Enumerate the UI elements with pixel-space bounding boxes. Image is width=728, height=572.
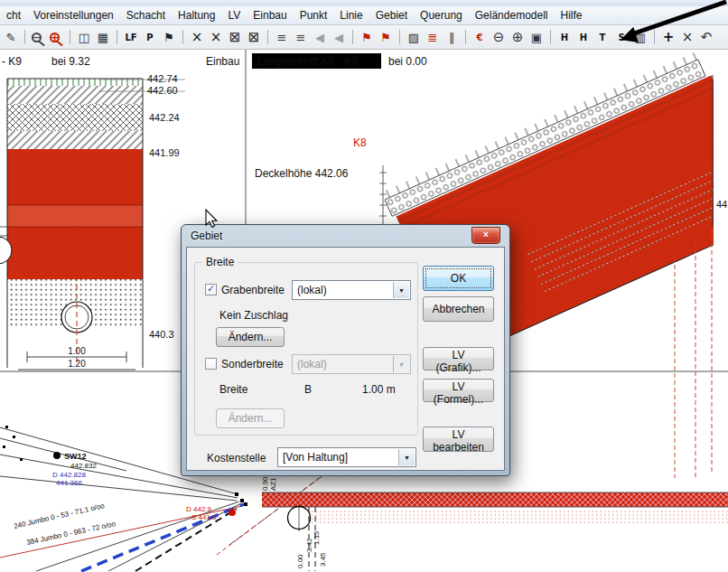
grabenbreite-label: Grabenbreite	[221, 284, 285, 296]
vertical-dim-label: 3.45	[319, 552, 327, 567]
menu-haltung[interactable]: Haltung	[172, 7, 221, 23]
grabenbreite-select[interactable]: (lokal) ▼	[292, 280, 411, 300]
pipe-end-icon[interactable]: ⊖	[490, 28, 508, 46]
dimension-label: 1.00	[68, 346, 86, 356]
kostenstelle-label: Kostenstelle	[207, 452, 266, 464]
deckel-elevation-red: D 442.9	[186, 505, 212, 513]
audio-icon[interactable]: ◀	[311, 28, 329, 46]
zoom-in-icon[interactable]: +	[50, 33, 60, 42]
dialog-title: Gebiet	[191, 230, 222, 242]
abbrechen-button[interactable]: Abbrechen	[423, 296, 494, 322]
dimension-label: 1.20	[68, 359, 86, 369]
separator	[117, 30, 117, 44]
section-box-alt-icon[interactable]: ⊠	[245, 28, 263, 46]
breite-label: Breite	[219, 383, 247, 396]
node-k8-label: K8	[353, 136, 367, 149]
sw12-label: SW12	[64, 452, 87, 461]
zoom-out-icon[interactable]: −	[32, 33, 42, 42]
toolbar: ✎−+◫▦LFP⚑××⊠⊠≡≡◀◀⚑⚑▨≣∥€⊖⊕▣HHTS▥+×↶	[0, 25, 728, 50]
close-button[interactable]: ×	[471, 227, 500, 244]
list-left-icon[interactable]: ≡	[273, 28, 291, 46]
red-point	[229, 509, 236, 516]
sonderbreite-checkbox[interactable]	[205, 358, 217, 370]
menu-lv[interactable]: LV	[221, 7, 247, 23]
groupbox-label: Breite	[202, 256, 238, 268]
node-cross-alt-icon[interactable]: ×	[207, 28, 225, 46]
section-box-icon[interactable]: ⊠	[226, 28, 244, 46]
einbau-label: Einbau	[206, 55, 239, 68]
window-titlebar-edge	[0, 0, 728, 6]
menu-gebiet[interactable]: Gebiet	[369, 7, 414, 23]
undo-icon[interactable]: ↶	[697, 28, 715, 46]
lf-icon[interactable]: LF	[122, 28, 140, 46]
separator	[24, 30, 25, 44]
audio-alt-icon[interactable]: ◀	[330, 28, 348, 46]
move-icon[interactable]: +	[659, 28, 677, 46]
deckelhoehe-label: Deckelhöhe 442.06	[255, 167, 349, 180]
red-flag-icon[interactable]: ⚑	[358, 28, 376, 46]
menu-querung[interactable]: Querung	[414, 7, 469, 23]
menu-voreinstellungen[interactable]: Voreinstellungen	[27, 7, 120, 23]
flag-icon[interactable]: ⚑	[160, 28, 178, 46]
deckel-elevation-blue: D 442.828	[52, 471, 86, 479]
kostenstelle-select-value: [Von Haltung]	[283, 451, 348, 464]
grabenbreite-checkbox[interactable]: ✓	[205, 284, 217, 295]
table-icon[interactable]: ▦	[94, 28, 112, 46]
separator	[182, 30, 183, 44]
point-label-icon[interactable]: P	[141, 28, 159, 46]
profile-s-icon[interactable]: S	[612, 28, 630, 46]
menu-schacht[interactable]: Schacht	[120, 7, 172, 23]
sw12-elevation: 442.832	[70, 462, 97, 470]
chevron-down-icon[interactable]: ▼	[393, 282, 409, 298]
vertical-dim-label: 0.00	[296, 554, 304, 568]
ok-button[interactable]: OK	[423, 266, 494, 291]
sheet-edit-icon[interactable]: ✎	[2, 28, 20, 46]
profile-t-icon[interactable]: T	[593, 28, 611, 46]
menu-einbau[interactable]: Einbau	[247, 7, 293, 23]
elevation-label: 442.74	[147, 73, 178, 84]
elevation-label: 441.99	[149, 147, 180, 158]
pipe-open-icon[interactable]: ⊕	[509, 28, 527, 46]
grabenbreite-select-value: (lokal)	[297, 284, 327, 296]
menu-linie[interactable]: Linie	[333, 7, 369, 23]
sw12-point	[53, 452, 61, 459]
aendern-button[interactable]: Ändern...	[216, 327, 285, 347]
menu-gelaendemodell[interactable]: Geländemodell	[469, 7, 555, 23]
menu-punkt[interactable]: Punkt	[294, 7, 334, 23]
lv-list-icon[interactable]: ≣	[424, 28, 442, 46]
list-right-icon[interactable]: ≡	[292, 28, 310, 46]
profile-h2-icon[interactable]: H	[574, 28, 593, 46]
dialog-body: Breite ✓ Grabenbreite (lokal) ▼ Kein Zus…	[186, 247, 505, 471]
right-elevation-label: 44	[716, 199, 727, 210]
node-cross-icon[interactable]: ×	[188, 28, 206, 46]
vertical-dim-label: 0.90	[261, 476, 269, 491]
ruler-icon[interactable]: ∥	[443, 28, 461, 46]
separator	[352, 30, 353, 44]
lv-formel-button[interactable]: LV (Formel)...	[423, 379, 494, 402]
chevron-down-icon: ▼	[393, 356, 409, 372]
separator	[399, 30, 400, 44]
gebiet-breite-icon[interactable]: ▥	[631, 28, 649, 46]
copy-icon[interactable]: ▣	[527, 28, 546, 46]
red-flag-alt-icon[interactable]: ⚑	[377, 28, 395, 46]
sonderbreite-select: (lokal) ▼	[292, 354, 411, 374]
separator	[70, 30, 70, 44]
chevron-down-icon[interactable]: ▼	[398, 449, 415, 465]
menu-ansicht[interactable]: cht	[0, 7, 27, 23]
sohle-elevation-red: S 441.9	[191, 513, 217, 521]
lv-bearbeiten-button[interactable]: LV bearbeiten	[423, 427, 494, 452]
lv-grafik-button[interactable]: LV (Grafik)...	[423, 347, 494, 370]
delete-icon[interactable]: ×	[678, 28, 696, 46]
elevation-label: 440.3	[149, 329, 174, 340]
hatch-icon[interactable]: ▨	[405, 28, 423, 46]
menu-hilfe[interactable]: Hilfe	[554, 7, 588, 23]
application-window: chtVoreinstellungenSchachtHaltungLVEinba…	[0, 0, 728, 572]
vertical-dim-label: AZ1	[269, 477, 277, 491]
profile-h1-icon[interactable]: H	[555, 28, 574, 46]
pan-view-icon[interactable]: ◫	[75, 28, 93, 46]
separator	[267, 30, 268, 44]
separator	[654, 30, 655, 44]
kostenstelle-select[interactable]: [Von Haltung] ▼	[277, 447, 416, 467]
cost-icon[interactable]: €	[471, 28, 489, 46]
aendern2-button: Ändern...	[216, 408, 285, 428]
